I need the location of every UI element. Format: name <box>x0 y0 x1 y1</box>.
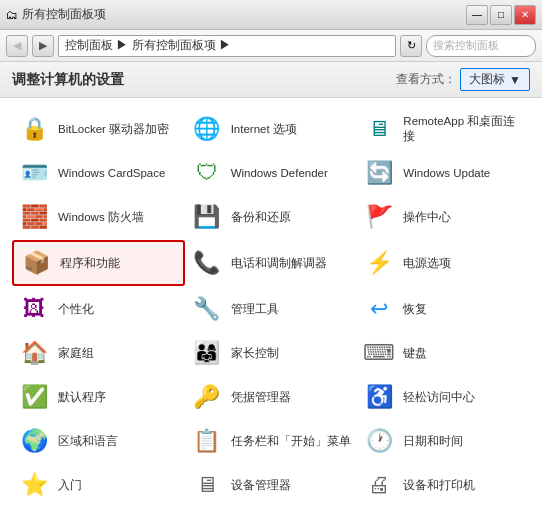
defender-icon: 🛡 <box>191 157 223 189</box>
item-recover[interactable]: ↩恢复 <box>357 288 530 330</box>
item-firewall[interactable]: 🧱Windows 防火墙 <box>12 196 185 238</box>
item-credential[interactable]: 🔑凭据管理器 <box>185 376 358 418</box>
recover-label: 恢复 <box>403 302 427 317</box>
search-box[interactable]: 搜索控制面板 <box>426 35 536 57</box>
mgmt-icon: 🔧 <box>191 293 223 325</box>
bitlocker-label: BitLocker 驱动器加密 <box>58 122 169 137</box>
keyboard-label: 键盘 <box>403 346 427 361</box>
cardspace-label: Windows CardSpace <box>58 166 165 181</box>
item-defender[interactable]: 🛡Windows Defender <box>185 152 358 194</box>
item-actioncenter[interactable]: 🚩操作中心 <box>357 196 530 238</box>
item-internet[interactable]: 🌐Internet 选项 <box>185 108 358 150</box>
taskbar-label: 任务栏和「开始」菜单 <box>231 434 351 449</box>
toolbar: 调整计算机的设置 查看方式： 大图标 ▼ <box>0 62 542 98</box>
bitlocker-icon: 🔒 <box>18 113 50 145</box>
title-bar-controls: — □ ✕ <box>466 5 536 25</box>
actioncenter-icon: 🚩 <box>363 201 395 233</box>
item-bitlocker[interactable]: 🔒BitLocker 驱动器加密 <box>12 108 185 150</box>
power-icon: ⚡ <box>363 247 395 279</box>
view-dropdown[interactable]: 大图标 ▼ <box>460 68 530 91</box>
dropdown-arrow-icon: ▼ <box>509 73 521 87</box>
firewall-label: Windows 防火墙 <box>58 210 144 225</box>
defender-label: Windows Defender <box>231 166 328 181</box>
item-datetime[interactable]: 🕐日期和时间 <box>357 420 530 462</box>
window-icon: 🗂 <box>6 8 18 22</box>
title-bar: 🗂 所有控制面板项 — □ ✕ <box>0 0 542 30</box>
programs-label: 程序和功能 <box>60 256 120 271</box>
winupdate-icon: 🔄 <box>363 157 395 189</box>
item-power[interactable]: ⚡电源选项 <box>357 240 530 286</box>
content-area: 🔒BitLocker 驱动器加密🌐Internet 选项🖥RemoteApp 和… <box>0 98 542 516</box>
item-cardspace[interactable]: 🪪Windows CardSpace <box>12 152 185 194</box>
personalize-icon: 🖼 <box>18 293 50 325</box>
item-parental[interactable]: 👨‍👩‍👧家长控制 <box>185 332 358 374</box>
view-label: 查看方式： <box>396 71 456 88</box>
defaults-icon: ✅ <box>18 381 50 413</box>
gettingstarted-icon: ⭐ <box>18 469 50 501</box>
devmgr-label: 设备管理器 <box>231 478 291 493</box>
address-path[interactable]: 控制面板 ▶ 所有控制面板项 ▶ <box>58 35 396 57</box>
refresh-button[interactable]: ↻ <box>400 35 422 57</box>
phone-icon: 📞 <box>191 247 223 279</box>
address-bar: ◀ ▶ 控制面板 ▶ 所有控制面板项 ▶ ↻ 搜索控制面板 <box>0 30 542 62</box>
item-phone[interactable]: 📞电话和调制解调器 <box>185 240 358 286</box>
datetime-icon: 🕐 <box>363 425 395 457</box>
homegroup-icon: 🏠 <box>18 337 50 369</box>
item-backup[interactable]: 💾备份和还原 <box>185 196 358 238</box>
item-homegroup[interactable]: 🏠家庭组 <box>12 332 185 374</box>
item-gettingstarted[interactable]: ⭐入门 <box>12 464 185 506</box>
datetime-label: 日期和时间 <box>403 434 463 449</box>
item-easeaccess[interactable]: ♿轻松访问中心 <box>357 376 530 418</box>
item-devprint[interactable]: 🖨设备和打印机 <box>357 464 530 506</box>
easeaccess-label: 轻松访问中心 <box>403 390 475 405</box>
item-devmgr[interactable]: 🖥设备管理器 <box>185 464 358 506</box>
item-personalize[interactable]: 🖼个性化 <box>12 288 185 330</box>
backup-icon: 💾 <box>191 201 223 233</box>
item-sound[interactable]: 🔊声音 <box>12 508 185 516</box>
forward-button[interactable]: ▶ <box>32 35 54 57</box>
page-title: 调整计算机的设置 <box>12 71 124 89</box>
mgmt-label: 管理工具 <box>231 302 279 317</box>
remoteapp-label: RemoteApp 和桌面连接 <box>403 114 524 144</box>
item-region[interactable]: 🌍区域和语言 <box>12 420 185 462</box>
devmgr-icon: 🖥 <box>191 469 223 501</box>
title-bar-left: 🗂 所有控制面板项 <box>6 6 106 23</box>
parental-icon: 👨‍👩‍👧 <box>191 337 223 369</box>
internet-icon: 🌐 <box>191 113 223 145</box>
gettingstarted-label: 入门 <box>58 478 82 493</box>
region-icon: 🌍 <box>18 425 50 457</box>
parental-label: 家长控制 <box>231 346 279 361</box>
recover-icon: ↩ <box>363 293 395 325</box>
minimize-button[interactable]: — <box>466 5 488 25</box>
item-keyboard[interactable]: ⌨键盘 <box>357 332 530 374</box>
homegroup-label: 家庭组 <box>58 346 94 361</box>
winupdate-label: Windows Update <box>403 166 490 181</box>
personalize-label: 个性化 <box>58 302 94 317</box>
item-winupdate[interactable]: 🔄Windows Update <box>357 152 530 194</box>
keyboard-icon: ⌨ <box>363 337 395 369</box>
item-taskbar[interactable]: 📋任务栏和「开始」菜单 <box>185 420 358 462</box>
maximize-button[interactable]: □ <box>490 5 512 25</box>
remoteapp-icon: 🖥 <box>363 113 395 145</box>
view-options: 查看方式： 大图标 ▼ <box>396 68 530 91</box>
close-button[interactable]: ✕ <box>514 5 536 25</box>
item-indexing[interactable]: 🔍索引选项 <box>357 508 530 516</box>
back-button[interactable]: ◀ <box>6 35 28 57</box>
credential-label: 凭据管理器 <box>231 390 291 405</box>
title-bar-title: 所有控制面板项 <box>22 6 106 23</box>
phone-label: 电话和调制解调器 <box>231 256 327 271</box>
internet-label: Internet 选项 <box>231 122 297 137</box>
item-defaults[interactable]: ✅默认程序 <box>12 376 185 418</box>
item-remoteapp[interactable]: 🖥RemoteApp 和桌面连接 <box>357 108 530 150</box>
item-mouse[interactable]: 🖱鼠标 <box>185 508 358 516</box>
item-mgmt[interactable]: 🔧管理工具 <box>185 288 358 330</box>
backup-label: 备份和还原 <box>231 210 291 225</box>
credential-icon: 🔑 <box>191 381 223 413</box>
firewall-icon: 🧱 <box>18 201 50 233</box>
devprint-label: 设备和打印机 <box>403 478 475 493</box>
cardspace-icon: 🪪 <box>18 157 50 189</box>
item-programs[interactable]: 📦程序和功能 <box>12 240 185 286</box>
devprint-icon: 🖨 <box>363 469 395 501</box>
items-grid: 🔒BitLocker 驱动器加密🌐Internet 选项🖥RemoteApp 和… <box>12 108 530 516</box>
power-label: 电源选项 <box>403 256 451 271</box>
